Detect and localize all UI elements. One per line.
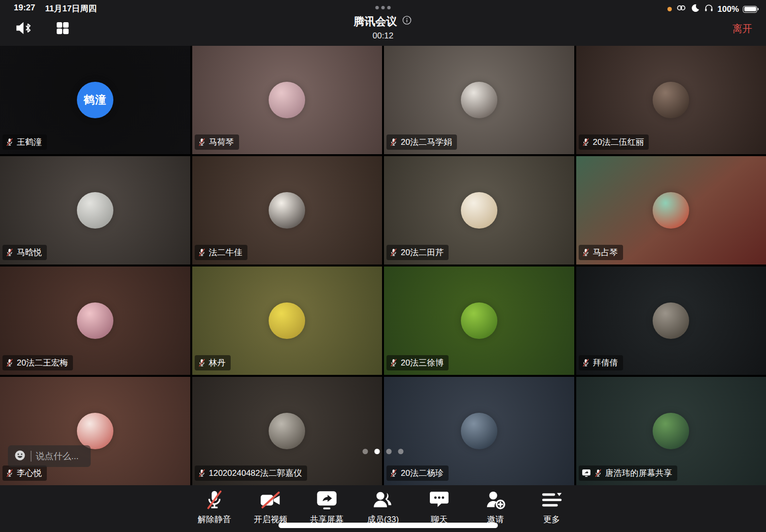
toolbar-label: 解除静音 [198,514,231,525]
participant-nametag: 20法二马学娟 [386,134,457,150]
participant-tile[interactable]: 20法二王宏梅 [0,266,190,375]
battery-percent: 100% [718,4,739,14]
mic-muted-icon [582,137,590,147]
participant-name: 马晗悦 [17,247,42,258]
header-controls-left [15,20,72,36]
mic-slash-icon [203,489,226,511]
avatar [461,192,497,229]
toolbar-label: 更多 [543,514,560,525]
participant-tile[interactable]: 20法二杨珍 [384,377,574,485]
mic-muted-icon [389,358,398,367]
participant-name: 马荷琴 [209,136,234,148]
avatar [269,82,305,118]
participant-name: 12020240482法二郭嘉仪 [209,467,302,479]
page-dot[interactable] [398,449,404,454]
mic-muted-icon [5,248,14,257]
participant-tile[interactable]: 鹤潼 王鹤潼 [0,46,190,154]
chat-input-placeholder: 说点什么... [36,450,79,462]
participant-tile[interactable]: 马晗悦 [0,156,190,265]
participant-tile[interactable]: 20法二伍红丽 [576,46,766,154]
battery-icon [743,6,757,13]
status-right: 100% [667,2,757,16]
meeting-timer: 00:12 [354,31,413,41]
participant-tile[interactable]: 马占琴 [576,156,766,265]
avatar [461,413,497,449]
leave-button[interactable]: 离开 [732,22,752,35]
avatar: 鹤潼 [77,82,113,118]
participant-name: 李心悦 [17,467,42,479]
meeting-app: 19:27 11月17日周四 100% 腾讯会议 00:12 离开 鹤潼 [0,0,766,532]
participant-name: 马占琴 [593,247,618,258]
mic-muted-icon [5,358,14,367]
avatar [653,302,689,339]
participant-tile[interactable]: 林丹 [192,266,383,375]
participant-tile[interactable]: 唐浩玮的屏幕共享 [576,377,766,485]
participant-nametag: 唐浩玮的屏幕共享 [579,466,677,481]
participant-nametag: 马占琴 [579,245,623,260]
participant-nametag: 12020240482法二郭嘉仪 [195,466,307,481]
participant-tile[interactable]: 20法三徐博 [384,266,574,375]
home-indicator[interactable] [279,523,498,528]
participant-name: 王鹤潼 [17,136,42,148]
avatar-initials: 鹤潼 [84,93,106,107]
more-icon [540,489,563,511]
page-indicator [363,449,404,454]
page-dot[interactable] [363,449,368,454]
avatar [77,302,113,339]
participant-tile[interactable]: 马荷琴 [192,46,383,154]
members-icon [372,489,394,511]
chat-quick-input[interactable]: 说点什么... [8,445,91,467]
participant-nametag: 王鹤潼 [2,134,47,150]
toolbar-more-button[interactable]: 更多 [532,489,571,532]
screen-share-icon [315,489,338,511]
info-icon[interactable] [402,15,413,29]
clock: 19:27 [14,3,35,14]
layout-grid-button[interactable] [53,20,72,36]
participant-name: 20法二杨珍 [401,467,444,479]
window-drag-handle[interactable] [376,6,391,9]
participant-nametag: 20法二王宏梅 [2,355,73,370]
participant-tile[interactable]: 法二牛佳 [192,156,383,265]
avatar [653,192,689,229]
participant-nametag: 马荷琴 [195,134,239,150]
page-dot[interactable] [375,449,380,454]
toolbar-unmute-button[interactable]: 解除静音 [195,489,234,532]
emoji-icon[interactable] [14,449,26,464]
participant-name: 20法二王宏梅 [17,357,68,368]
avatar [77,192,113,229]
camera-slash-icon [259,489,282,511]
mic-in-use-dot [667,7,672,11]
participant-tile[interactable]: 李心悦 [0,377,190,485]
participant-tile[interactable]: 20法二田芹 [384,156,574,265]
mic-muted-icon [594,468,602,478]
avatar [269,413,305,449]
avatar [653,413,689,449]
meeting-title-block: 腾讯会议 00:12 [354,14,413,41]
mic-muted-icon [582,358,590,367]
mic-muted-icon [389,468,398,478]
participant-grid: 鹤潼 王鹤潼 马荷琴 20法二马学娟 20法二伍红丽 [0,46,766,485]
page-dot[interactable] [386,449,392,454]
participant-nametag: 20法三徐博 [386,355,449,370]
avatar [653,82,689,118]
participant-name: 20法三徐博 [401,357,444,368]
screen-share-badge-icon [582,468,591,478]
mic-muted-icon [198,137,206,147]
participant-tile[interactable]: 12020240482法二郭嘉仪 [192,377,383,485]
header-bar: 19:27 11月17日周四 100% 腾讯会议 00:12 离开 [0,0,766,46]
participant-name: 法二牛佳 [209,247,243,258]
participant-nametag: 拜倩倩 [579,355,623,370]
participant-nametag: 20法二田芹 [386,245,449,260]
audio-route-button[interactable] [15,20,34,36]
meeting-title: 腾讯会议 [354,14,397,29]
participant-tile[interactable]: 20法二马学娟 [384,46,574,154]
mic-muted-icon [389,137,398,147]
participant-name: 林丹 [209,357,226,368]
mic-muted-icon [582,248,590,257]
status-left: 19:27 11月17日周四 [14,3,97,14]
avatar [77,413,113,449]
mic-muted-icon [389,248,398,257]
participant-name: 20法二马学娟 [401,136,452,148]
participant-tile[interactable]: 拜倩倩 [576,266,766,375]
participant-name: 20法二田芹 [401,247,444,258]
